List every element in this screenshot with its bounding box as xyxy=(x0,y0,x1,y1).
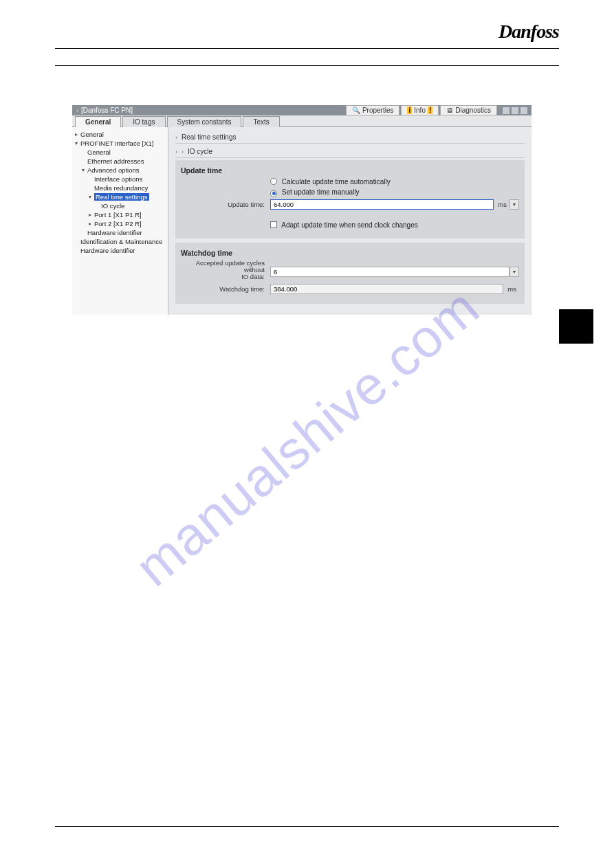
update-time-unit: ms xyxy=(494,201,509,208)
watchdog-time-input[interactable] xyxy=(270,284,503,294)
info-badge-icon: ! xyxy=(428,107,432,114)
properties-icon: 🔍 xyxy=(352,107,360,114)
tab-system-constants[interactable]: System constants xyxy=(167,116,242,127)
sidebar-tree: ▸General ▾PROFINET interface [X1] Genera… xyxy=(72,127,168,315)
radio-manual[interactable] xyxy=(270,190,277,197)
sidebar-item-pi-general[interactable]: General xyxy=(72,148,168,157)
tab-general[interactable]: General xyxy=(75,116,121,127)
chevron-down-icon: ▾ xyxy=(513,269,516,275)
update-time-title: Update time xyxy=(181,166,519,175)
accepted-cycles-dropdown[interactable]: ▾ xyxy=(509,267,519,277)
accepted-label-2: IO data: xyxy=(181,274,265,280)
adapt-checkbox[interactable] xyxy=(270,221,277,228)
breadcrumb-1: › Real time settings xyxy=(175,131,525,144)
chevron-right-icon: ▸ xyxy=(89,221,94,227)
diagnostics-icon: 🖥 xyxy=(446,107,453,114)
chevron-right-icon: › xyxy=(175,134,177,141)
update-time-dropdown[interactable]: ▾ xyxy=(509,199,519,210)
accepted-cycles-input[interactable] xyxy=(270,267,509,277)
adapt-checkbox-label: Adapt update time when send clock change… xyxy=(281,221,417,229)
sidebar-item-port1[interactable]: ▸Port 1 [X1 P1 R] xyxy=(72,210,168,219)
tab-io-tags[interactable]: IO tags xyxy=(122,116,165,127)
update-time-label: Update time: xyxy=(181,201,270,208)
watchdog-time-unit: ms xyxy=(503,285,519,293)
sidebar-item-hardware-id-2[interactable]: Hardware identifier xyxy=(72,246,168,255)
main-content: › Real time settings › › IO cycle Update… xyxy=(168,127,531,315)
watchdog-title: Watchdog time xyxy=(181,249,519,257)
info-button[interactable]: i Info ! xyxy=(401,105,439,115)
sidebar-item-port2[interactable]: ▸Port 2 [X1 P2 R] xyxy=(72,219,168,228)
header-rule-1 xyxy=(55,48,559,49)
radio-auto-label: Calculate update time automatically xyxy=(282,178,391,186)
accepted-label-1: Accepted update cycles without xyxy=(181,260,265,274)
chevron-down-icon: ▾ xyxy=(75,140,80,146)
title-arrow-icon: › xyxy=(76,107,78,114)
brand-logo: Danfoss xyxy=(498,21,559,43)
sidebar-item-profinet-interface[interactable]: ▾PROFINET interface [X1] xyxy=(72,139,168,148)
chevron-right-icon: ▸ xyxy=(75,131,80,137)
sidebar-item-hardware-id-1[interactable]: Hardware identifier xyxy=(72,228,168,237)
properties-button[interactable]: 🔍 Properties xyxy=(346,105,400,115)
chevron-right-icon: › xyxy=(182,148,184,155)
diagnostics-label: Diagnostics xyxy=(455,107,491,114)
watermark-text: manualshive.com xyxy=(123,276,491,598)
watchdog-panel: Watchdog time Accepted update cycles wit… xyxy=(175,243,525,304)
diagnostics-button[interactable]: 🖥 Diagnostics xyxy=(440,105,497,115)
update-time-panel: Update time Calculate update time automa… xyxy=(175,160,525,238)
chevron-down-icon: ▾ xyxy=(513,201,516,208)
sidebar-item-general[interactable]: ▸General xyxy=(72,130,168,139)
properties-label: Properties xyxy=(362,107,394,114)
sidebar-item-io-cycle[interactable]: IO cycle xyxy=(72,201,168,210)
info-icon: i xyxy=(407,107,412,114)
watchdog-time-label: Watchdog time: xyxy=(181,285,270,293)
radio-manual-label: Set update time manually xyxy=(282,188,360,196)
update-time-input[interactable] xyxy=(270,199,494,210)
sidebar-item-ethernet-addresses[interactable]: Ethernet addresses xyxy=(72,157,168,166)
sidebar-item-media-redundancy[interactable]: Media redundancy xyxy=(72,183,168,192)
window-controls xyxy=(503,107,527,114)
screenshot-panel: › [Danfoss FC PN] 🔍 Properties i Info ! … xyxy=(72,105,531,308)
info-label: Info xyxy=(414,107,426,114)
minimize-icon[interactable] xyxy=(503,107,509,114)
footer-rule xyxy=(55,826,559,827)
tab-texts[interactable]: Texts xyxy=(243,116,279,127)
sidebar-item-ident-maint[interactable]: Identification & Maintenance xyxy=(72,237,168,246)
breadcrumb-2: › › IO cycle xyxy=(175,146,525,158)
radio-auto[interactable] xyxy=(270,178,277,185)
window-titlebar: › [Danfoss FC PN] 🔍 Properties i Info ! … xyxy=(72,105,531,115)
chevron-right-icon: ▸ xyxy=(89,212,94,218)
close-icon[interactable] xyxy=(520,107,527,114)
window-title: [Danfoss FC PN] xyxy=(81,107,133,114)
page-tab-marker xyxy=(559,309,593,344)
chevron-down-icon: ▾ xyxy=(82,167,87,173)
sidebar-item-real-time-settings[interactable]: ▾Real time settings xyxy=(72,192,168,201)
tab-bar: General IO tags System constants Texts xyxy=(72,115,531,127)
chevron-down-icon: ▾ xyxy=(89,194,94,200)
sidebar-item-advanced-options[interactable]: ▾Advanced options xyxy=(72,166,168,175)
chevron-right-icon: › xyxy=(175,148,177,155)
maximize-icon[interactable] xyxy=(512,107,518,114)
header-rule-2 xyxy=(55,65,559,66)
sidebar-item-interface-options[interactable]: Interface options xyxy=(72,175,168,183)
